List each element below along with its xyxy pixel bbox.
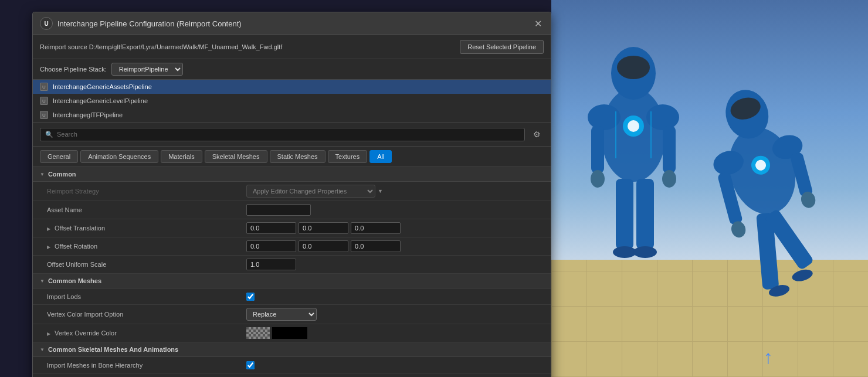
dialog-wrapper: U Interchange Pipeline Configuration (Re… (0, 0, 557, 377)
offset-translation-x[interactable] (246, 222, 296, 234)
value-reimport-strategy: Apply Editor Changed Properties ▼ (246, 185, 544, 198)
pipeline-item-label-2: InterchangeglTFPipeline (53, 111, 123, 118)
tab-textures[interactable]: Textures (328, 150, 368, 163)
prop-import-meshes-bone-hierarchy: Import Meshes in Bone Hierarchy (33, 357, 551, 373)
toolbar-row: Reimport source D:/temp/gltfExport/Lyra/… (33, 35, 551, 59)
value-offset-rotation (246, 240, 544, 252)
value-offset-uniform-scale (246, 259, 544, 270)
pipeline-stack-select[interactable]: ReimportPipeline (111, 63, 183, 76)
svg-rect-11 (616, 179, 633, 249)
value-vertex-color-option: Replace (246, 308, 544, 321)
chevron-common-meshes: ▼ (40, 278, 45, 284)
close-button[interactable]: ✕ (532, 18, 544, 29)
prop-reimport-strategy: Reimport Strategy Apply Editor Changed P… (33, 182, 551, 201)
pipeline-row: Choose Pipeline Stack: ReimportPipeline (33, 59, 551, 80)
prop-offset-rotation: ▶ Offset Rotation (33, 237, 551, 256)
label-reimport-strategy: Reimport Strategy (47, 188, 246, 195)
filter-tabs: General Animation Sequences Materials Sk… (33, 147, 551, 167)
source-path: Reimport source D:/temp/gltfExport/Lyra/… (40, 43, 282, 50)
pipeline-item-0[interactable]: U InterchangeGenericAssetsPipeline (33, 80, 551, 94)
svg-point-31 (791, 267, 813, 283)
pipeline-item-label-0: InterchangeGenericAssetsPipeline (53, 83, 152, 90)
section-common-meshes-label: Common Meshes (48, 277, 101, 284)
vertex-color-option-select[interactable]: Replace (246, 308, 317, 321)
reimport-strategy-select[interactable]: Apply Editor Changed Properties (246, 185, 375, 198)
tab-static-meshes[interactable]: Static Meshes (270, 150, 326, 163)
pipeline-icon-1: U (40, 97, 48, 105)
prop-asset-name: Asset Name (33, 201, 551, 219)
offset-uniform-scale-input[interactable] (246, 259, 296, 270)
offset-rotation-y[interactable] (299, 240, 348, 252)
prop-offset-translation: ▶ Offset Translation (33, 219, 551, 237)
pipeline-list: U InterchangeGenericAssetsPipeline U Int… (33, 80, 551, 123)
import-meshes-bone-hierarchy-checkbox[interactable] (246, 361, 255, 369)
section-common-label: Common (48, 171, 76, 178)
svg-point-2 (628, 120, 639, 132)
figure-left (569, 18, 698, 358)
svg-point-13 (613, 246, 636, 258)
tab-materials[interactable]: Materials (161, 150, 202, 163)
section-common-skeletal-label: Common Skeletal Meshes And Animations (48, 346, 178, 353)
search-row: 🔍 ⚙ (33, 123, 551, 147)
label-vertex-override-color: ▶ Vertex Override Color (47, 330, 246, 337)
figure-right: ↑ (698, 47, 839, 375)
search-input[interactable] (57, 131, 520, 138)
tab-animation-sequences[interactable]: Animation Sequences (80, 150, 158, 163)
section-common-skeletal[interactable]: ▼ Common Skeletal Meshes And Animations (33, 342, 551, 357)
import-lods-checkbox[interactable] (246, 293, 255, 301)
title-bar: U Interchange Pipeline Configuration (Re… (33, 12, 551, 35)
content-area: ▼ Common Reimport Strategy Apply Editor … (33, 167, 551, 377)
tab-all[interactable]: All (369, 150, 392, 163)
main-dialog: U Interchange Pipeline Configuration (Re… (32, 12, 551, 377)
expand-translation-icon[interactable]: ▶ (47, 226, 50, 232)
section-common[interactable]: ▼ Common (33, 167, 551, 182)
prop-import-lods: Import Lods (33, 288, 551, 305)
color-swatch[interactable] (272, 327, 307, 339)
prop-vertex-override-color: ▶ Vertex Override Color (33, 324, 551, 342)
chevron-down-icon: ▼ (378, 188, 383, 194)
label-offset-uniform-scale: Offset Uniform Scale (47, 261, 246, 268)
svg-rect-12 (636, 179, 654, 249)
label-vertex-color-option: Vertex Color Import Option (47, 311, 246, 318)
svg-point-10 (662, 170, 676, 188)
pipeline-icon-2: U (40, 111, 48, 119)
svg-rect-7 (591, 126, 604, 173)
label-asset-name: Asset Name (47, 206, 246, 213)
chevron-skeletal: ▼ (40, 347, 45, 352)
label-import-meshes-bone-hierarchy: Import Meshes in Bone Hierarchy (47, 362, 246, 369)
prop-offset-uniform-scale: Offset Uniform Scale (33, 256, 551, 274)
value-offset-translation (246, 222, 544, 234)
pipeline-item-2[interactable]: U InterchangeglTFPipeline (33, 108, 551, 122)
settings-gear-button[interactable]: ⚙ (530, 127, 544, 141)
pipeline-item-1[interactable]: U InterchangeGenericLevelPipeline (33, 94, 551, 108)
svg-point-4 (617, 56, 650, 79)
value-vertex-override-color (246, 327, 544, 339)
value-import-meshes-bone-hierarchy (246, 361, 544, 369)
expand-color-icon[interactable]: ▶ (47, 331, 50, 337)
reset-pipeline-button[interactable]: Reset Selected Pipeline (460, 40, 544, 54)
value-import-lods (246, 293, 544, 301)
section-common-meshes[interactable]: ▼ Common Meshes (33, 274, 551, 288)
offset-rotation-z[interactable] (351, 240, 401, 252)
offset-translation-y[interactable] (299, 222, 348, 234)
search-icon: 🔍 (45, 131, 53, 138)
search-wrapper: 🔍 (40, 128, 525, 141)
svg-point-9 (591, 170, 605, 188)
dialog-title: Interchange Pipeline Configuration (Reim… (57, 19, 242, 28)
chevron-common: ▼ (40, 172, 45, 177)
label-offset-translation: ▶ Offset Translation (47, 225, 246, 232)
checkerboard-pattern (246, 327, 270, 339)
offset-rotation-x[interactable] (246, 240, 296, 252)
background-scene: ↑ (551, 0, 868, 377)
asset-name-input[interactable] (246, 204, 311, 216)
tab-skeletal-meshes[interactable]: Skeletal Meshes (205, 150, 267, 163)
tab-general[interactable]: General (40, 150, 78, 163)
ue-logo: U (40, 17, 53, 30)
pipeline-stack-label: Choose Pipeline Stack: (40, 66, 107, 73)
prop-vertex-color-option: Vertex Color Import Option Replace (33, 305, 551, 324)
expand-rotation-icon[interactable]: ▶ (47, 244, 50, 250)
value-asset-name (246, 204, 544, 216)
offset-translation-z[interactable] (351, 222, 401, 234)
label-import-lods: Import Lods (47, 293, 246, 300)
svg-rect-8 (663, 126, 676, 173)
